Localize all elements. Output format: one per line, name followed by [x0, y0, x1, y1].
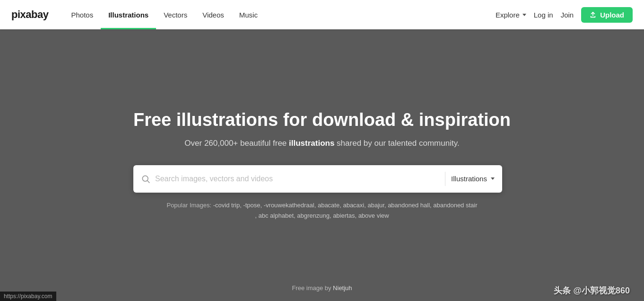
- search-bar: Illustrations: [133, 165, 502, 193]
- popular-items: -covid trip, -tpose, -vrouwekathedraal, …: [213, 202, 478, 219]
- nav-link-vectors[interactable]: Vectors: [156, 0, 195, 29]
- upload-button[interactable]: Upload: [581, 7, 633, 23]
- chevron-down-icon: [491, 177, 495, 180]
- popular-item[interactable]: abc alphabet: [259, 212, 294, 219]
- svg-line-1: [148, 180, 150, 183]
- hero-title: Free illustrations for download & inspir…: [133, 109, 511, 131]
- popular-item[interactable]: abiertas: [333, 212, 355, 219]
- popular-item[interactable]: -covid trip: [213, 202, 240, 209]
- nav-links: PhotosIllustrationsVectorsVideosMusic: [63, 0, 495, 29]
- navbar: pixabay PhotosIllustrationsVectorsVideos…: [0, 0, 644, 29]
- popular-item[interactable]: abajur: [367, 202, 384, 209]
- popular-images: Popular Images: -covid trip, -tpose, -vr…: [133, 200, 511, 221]
- join-button[interactable]: Join: [561, 11, 574, 19]
- chevron-down-icon: [522, 14, 526, 16]
- search-type-selector[interactable]: Illustrations: [451, 175, 495, 183]
- nav-link-music[interactable]: Music: [232, 0, 265, 29]
- popular-item[interactable]: abandoned stair: [433, 202, 477, 209]
- search-icon: [141, 174, 150, 184]
- popular-item[interactable]: abgrenzung: [297, 212, 330, 219]
- nav-right: Explore Log in Join Upload: [496, 7, 633, 23]
- explore-button[interactable]: Explore: [496, 11, 526, 19]
- nav-link-illustrations[interactable]: Illustrations: [101, 0, 156, 29]
- status-bar: https://pixabay.com: [0, 292, 56, 301]
- popular-item[interactable]: abacate: [318, 202, 339, 209]
- nav-link-videos[interactable]: Videos: [195, 0, 232, 29]
- search-divider: [445, 172, 445, 186]
- popular-item[interactable]: above view: [358, 212, 389, 219]
- hero-subtitle: Over 260,000+ beautiful free illustratio…: [133, 139, 511, 148]
- search-input[interactable]: [155, 175, 439, 183]
- hero-section: Free illustrations for download & inspir…: [0, 0, 644, 301]
- nav-link-photos[interactable]: Photos: [63, 0, 101, 29]
- author-link[interactable]: Nietjuh: [333, 284, 352, 292]
- login-button[interactable]: Log in: [534, 11, 553, 19]
- free-image-credit: Free image by Nietjuh: [292, 284, 352, 292]
- popular-item[interactable]: abacaxi: [343, 202, 364, 209]
- popular-item[interactable]: -tpose: [243, 202, 260, 209]
- popular-item[interactable]: -vrouwekathedraal: [264, 202, 314, 209]
- svg-point-0: [142, 176, 148, 181]
- logo[interactable]: pixabay: [11, 9, 48, 21]
- popular-label: Popular Images:: [166, 202, 211, 209]
- search-svg-icon: [141, 174, 150, 184]
- logo-text: pixabay: [11, 9, 48, 21]
- hero-content: Free illustrations for download & inspir…: [124, 109, 520, 221]
- watermark: 头条 @小郭视觉860: [554, 285, 630, 296]
- upload-icon: [590, 11, 596, 18]
- popular-item[interactable]: abandoned hall: [388, 202, 430, 209]
